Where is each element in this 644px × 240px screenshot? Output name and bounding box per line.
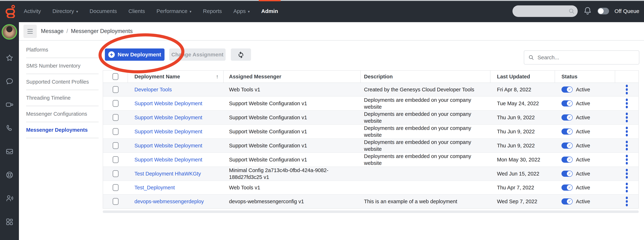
kebab-dot: [626, 127, 628, 129]
kebab-dot: [626, 196, 628, 199]
search-icon: [568, 8, 575, 14]
row-checkbox[interactable]: [112, 170, 118, 177]
row-checkbox[interactable]: [112, 114, 118, 121]
genesys-logo-icon[interactable]: [5, 4, 16, 18]
queue-toggle[interactable]: [598, 8, 609, 14]
deployment-name-link[interactable]: Support Website Deployment: [134, 114, 202, 121]
kebab-dot: [626, 169, 628, 171]
table-search-input[interactable]: [537, 54, 635, 61]
change-assignment-button[interactable]: Change Assignment: [169, 48, 226, 61]
refresh-button[interactable]: [231, 48, 251, 61]
kebab-dot: [626, 155, 628, 157]
last-updated: Wed Jun 15, 2022: [497, 170, 539, 177]
agent-audio-icon[interactable]: [6, 194, 14, 202]
row-description: This is an example of a web deployment: [364, 198, 457, 205]
nav-item-documents[interactable]: Documents: [90, 0, 117, 22]
deployment-name-link[interactable]: Test_Deployment: [134, 184, 175, 191]
phone-icon[interactable]: [6, 124, 14, 132]
row-menu-button[interactable]: [625, 140, 629, 152]
sidebar-item-messenger-configurations[interactable]: Messenger Configurations: [26, 106, 98, 122]
status-toggle[interactable]: ✓: [562, 86, 573, 92]
row-menu-button[interactable]: [625, 168, 629, 180]
kebab-dot: [626, 88, 628, 91]
inbox-tray-icon[interactable]: [6, 148, 14, 156]
nav-item-reports[interactable]: Reports: [203, 0, 222, 22]
row-menu-button[interactable]: [625, 182, 629, 194]
column-header-last-updated[interactable]: Last Updated: [497, 74, 530, 80]
row-checkbox[interactable]: [112, 86, 118, 93]
video-camera-icon[interactable]: [6, 100, 14, 109]
nav-item-label: Activity: [24, 8, 41, 14]
deployment-name-link[interactable]: Support Website Deployment: [134, 156, 202, 163]
breadcrumb-current: Messenger Deployments: [71, 28, 132, 34]
nav-item-performance[interactable]: Performance▾: [156, 0, 192, 22]
notifications-bell-icon[interactable]: [583, 6, 592, 16]
deployment-name-link[interactable]: Support Website Deployment: [134, 128, 202, 135]
deployment-name-link[interactable]: Support Website Deployment: [134, 142, 202, 149]
nav-item-label: Admin: [261, 8, 278, 14]
breadcrumb-message[interactable]: Message: [41, 28, 64, 34]
sidebar-item-supported-content-profiles[interactable]: Supported Content Profiles: [26, 74, 98, 90]
nav-item-admin[interactable]: Admin: [261, 0, 278, 22]
kebab-dot: [626, 98, 628, 101]
last-updated: Thu Jun 9, 2022: [497, 114, 535, 121]
nav-item-directory[interactable]: Directory▾: [52, 0, 78, 22]
status-toggle[interactable]: ✓: [562, 156, 573, 163]
nav-item-activity[interactable]: Activity: [24, 0, 41, 22]
table-row: Developer ToolsWeb Tools v1Created by th…: [103, 83, 638, 96]
new-deployment-label: New Deployment: [118, 52, 161, 58]
deployment-name-link[interactable]: Support Website Deployment: [134, 100, 202, 107]
row-menu-button[interactable]: [625, 126, 629, 138]
apps-grid-icon[interactable]: [6, 218, 14, 226]
nav-item-apps[interactable]: Apps▾: [233, 0, 250, 22]
status-label: Active: [576, 142, 590, 149]
row-menu-button[interactable]: [625, 98, 629, 109]
top-nav-right: Off Queue: [512, 0, 639, 22]
row-menu-button[interactable]: [625, 112, 629, 124]
column-header-deployment-name[interactable]: Deployment Name: [134, 74, 180, 80]
global-search-input[interactable]: [512, 6, 578, 17]
select-all-checkbox[interactable]: [112, 73, 118, 80]
column-header-status[interactable]: Status: [562, 74, 578, 80]
row-menu-button[interactable]: [625, 196, 629, 208]
nav-item-label: Documents: [90, 8, 117, 14]
status-toggle[interactable]: ✓: [562, 142, 573, 149]
nav-item-clients[interactable]: Clients: [128, 0, 145, 22]
row-checkbox[interactable]: [112, 142, 118, 149]
row-checkbox[interactable]: [112, 128, 118, 135]
status-toggle[interactable]: ✓: [562, 100, 573, 106]
row-checkbox[interactable]: [112, 156, 118, 163]
status-label: Active: [576, 184, 590, 191]
row-checkbox[interactable]: [112, 184, 118, 191]
sidebar-item-messenger-deployments[interactable]: Messenger Deployments: [26, 122, 98, 138]
status-toggle[interactable]: ✓: [562, 171, 573, 177]
status-toggle[interactable]: ✓: [562, 128, 573, 134]
favorites-star-icon[interactable]: [6, 54, 14, 62]
row-menu-button[interactable]: [625, 154, 629, 166]
deployment-name-link[interactable]: devops-webmessengerdeploy: [134, 198, 204, 205]
row-checkbox[interactable]: [112, 100, 118, 107]
sort-ascending-icon[interactable]: ↑: [216, 74, 218, 80]
last-updated: Fri Apr 8, 2022: [497, 86, 531, 93]
menu-toggle-button[interactable]: [24, 25, 37, 38]
column-header-assigned-messenger[interactable]: Assigned Messenger: [229, 74, 281, 80]
sidebar-item-sms-number-inventory[interactable]: SMS Number Inventory: [26, 58, 98, 74]
table-scrollbar[interactable]: [103, 210, 639, 213]
deployment-name-link[interactable]: Developer Tools: [134, 86, 172, 93]
row-menu-button[interactable]: [625, 84, 629, 96]
chat-bubble-icon[interactable]: [6, 77, 14, 86]
avatar[interactable]: [2, 24, 17, 40]
column-header-description[interactable]: Description: [364, 74, 393, 80]
status-toggle[interactable]: ✓: [562, 184, 573, 191]
check-icon: ✓: [567, 199, 572, 204]
assigned-messenger: Minimal Config 2a713c4b-0fbd-424a-9082-1…: [229, 167, 356, 180]
new-deployment-button[interactable]: + New Deployment: [105, 48, 164, 61]
status-toggle[interactable]: ✓: [562, 114, 573, 120]
status-toggle[interactable]: ✓: [562, 198, 573, 204]
row-checkbox[interactable]: [112, 198, 118, 205]
sidebar-item-platforms[interactable]: Platforms: [26, 42, 98, 58]
deployment-name-link[interactable]: Test Deployment HhaWKGty: [134, 170, 201, 177]
help-lifering-icon[interactable]: [6, 171, 14, 179]
sidebar-item-threading-timeline[interactable]: Threading Timeline: [26, 90, 98, 106]
table-row: Support Website DeploymentSupport Websit…: [103, 111, 638, 125]
